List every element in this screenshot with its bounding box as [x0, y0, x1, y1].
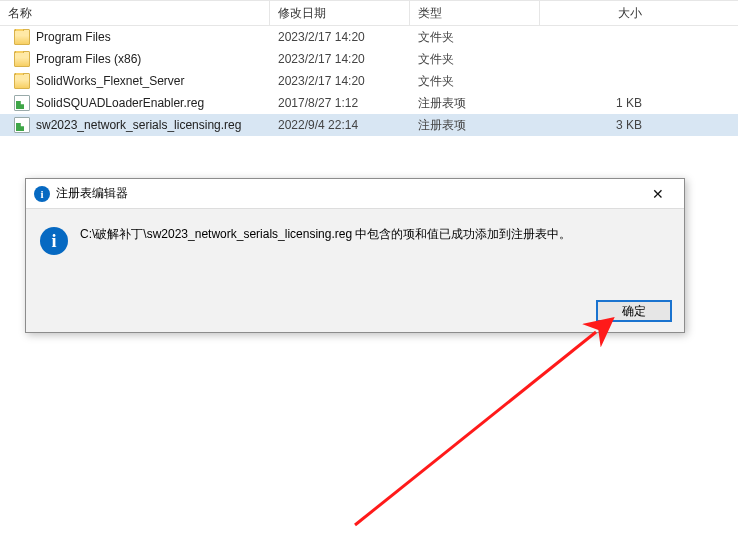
info-icon: i	[34, 186, 50, 202]
registry-editor-dialog: i 注册表编辑器 ✕ i C:\破解补丁\sw2023_network_seri…	[25, 178, 685, 333]
file-size: 1 KB	[540, 96, 660, 110]
dialog-titlebar[interactable]: i 注册表编辑器 ✕	[26, 179, 684, 209]
folder-icon	[14, 51, 30, 67]
file-type: 文件夹	[410, 73, 540, 90]
file-size: 3 KB	[540, 118, 660, 132]
dialog-title: 注册表编辑器	[56, 185, 638, 202]
reg-file-icon	[14, 95, 30, 111]
column-header-name[interactable]: 名称	[0, 1, 270, 25]
file-date: 2023/2/17 14:20	[270, 52, 410, 66]
close-icon[interactable]: ✕	[638, 182, 678, 206]
file-row[interactable]: SolidSQUADLoaderEnabler.reg2017/8/27 1:1…	[0, 92, 738, 114]
file-row[interactable]: sw2023_network_serials_licensing.reg2022…	[0, 114, 738, 136]
svg-line-0	[355, 332, 596, 525]
ok-button[interactable]: 确定	[596, 300, 672, 322]
column-headers: 名称 修改日期 类型 大小	[0, 0, 738, 26]
file-name: Program Files	[36, 30, 111, 44]
file-date: 2023/2/17 14:20	[270, 74, 410, 88]
reg-file-icon	[14, 117, 30, 133]
file-type: 注册表项	[410, 95, 540, 112]
file-name: SolidWorks_Flexnet_Server	[36, 74, 185, 88]
folder-icon	[14, 29, 30, 45]
file-list: 名称 修改日期 类型 大小 Program Files2023/2/17 14:…	[0, 0, 738, 136]
file-type: 注册表项	[410, 117, 540, 134]
dialog-message: C:\破解补丁\sw2023_network_serials_licensing…	[80, 225, 571, 255]
file-date: 2023/2/17 14:20	[270, 30, 410, 44]
file-type: 文件夹	[410, 29, 540, 46]
folder-icon	[14, 73, 30, 89]
file-row[interactable]: Program Files2023/2/17 14:20文件夹	[0, 26, 738, 48]
dialog-body: i C:\破解补丁\sw2023_network_serials_licensi…	[26, 209, 684, 263]
file-row[interactable]: Program Files (x86)2023/2/17 14:20文件夹	[0, 48, 738, 70]
column-header-size[interactable]: 大小	[540, 1, 660, 25]
column-header-type[interactable]: 类型	[410, 1, 540, 25]
file-name: Program Files (x86)	[36, 52, 141, 66]
column-header-date[interactable]: 修改日期	[270, 1, 410, 25]
file-date: 2022/9/4 22:14	[270, 118, 410, 132]
file-type: 文件夹	[410, 51, 540, 68]
file-name: SolidSQUADLoaderEnabler.reg	[36, 96, 204, 110]
file-name: sw2023_network_serials_licensing.reg	[36, 118, 241, 132]
info-icon: i	[40, 227, 68, 255]
file-row[interactable]: SolidWorks_Flexnet_Server2023/2/17 14:20…	[0, 70, 738, 92]
file-date: 2017/8/27 1:12	[270, 96, 410, 110]
